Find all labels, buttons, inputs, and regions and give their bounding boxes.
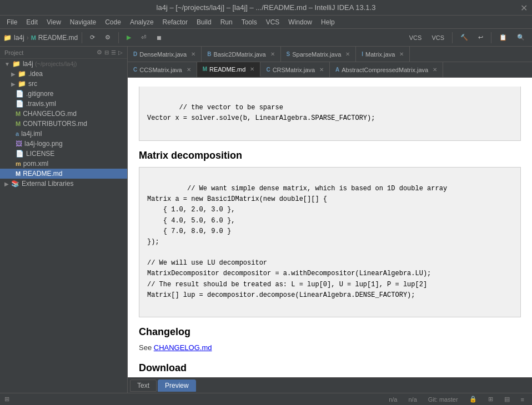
- tab-close-icon[interactable]: ✕: [270, 51, 275, 57]
- sidebar-arrow-icon[interactable]: ▷: [118, 49, 123, 55]
- sidebar-options-icon[interactable]: ☰: [111, 49, 116, 55]
- structure-btn[interactable]: 📋: [495, 32, 511, 43]
- status-lock-icon: 🔒: [466, 396, 480, 403]
- build-btn[interactable]: 🔨: [456, 32, 472, 43]
- tree-item-label: .travis.yml: [26, 100, 56, 108]
- run-btn[interactable]: ▶: [123, 32, 135, 43]
- sidebar-item-logo[interactable]: 🖼 la4j-logo.png: [0, 139, 127, 149]
- tab-close-icon[interactable]: ✕: [319, 67, 324, 73]
- status-expand-icon[interactable]: ⊞: [4, 396, 9, 403]
- img-icon: 🖼: [16, 140, 22, 148]
- sidebar-item-pomxml[interactable]: m pom.xml: [0, 159, 127, 169]
- section-download: Download Details of the last version of …: [139, 362, 521, 377]
- tab-crs-matrix[interactable]: C CRSMatrix.java ✕: [260, 62, 330, 77]
- settings-btn[interactable]: ⚙: [101, 32, 114, 43]
- menu-item-help[interactable]: Help: [317, 17, 339, 27]
- menu-item-navigate[interactable]: Navigate: [66, 17, 101, 27]
- tree-item-label: la4j.iml: [21, 130, 42, 138]
- sidebar-item-la4jiml[interactable]: a la4j.iml: [0, 129, 127, 139]
- sidebar-item-readme[interactable]: M README.md: [0, 169, 127, 179]
- sidebar-item-external-libraries[interactable]: ▶ 📚 External Libraries: [0, 179, 127, 189]
- debug-btn[interactable]: ⏎: [137, 32, 150, 43]
- sidebar-item-la4j[interactable]: ▼ 📁 la4j (~/projects/la4j): [0, 59, 127, 69]
- menu-item-build[interactable]: Build: [192, 17, 216, 27]
- tab-readme[interactable]: M README.md ✕: [197, 62, 261, 77]
- status-terminal-icon[interactable]: ≡: [518, 396, 528, 403]
- sidebar-item-src[interactable]: ▶ 📁 src: [0, 79, 127, 89]
- tab-icon: D: [133, 51, 137, 57]
- folder-icon: 📁: [18, 70, 26, 78]
- file-icon: 📄: [16, 150, 24, 158]
- tab-preview[interactable]: Preview: [158, 379, 196, 392]
- tab-close-icon[interactable]: ✕: [433, 67, 437, 73]
- tab-close-icon[interactable]: ✕: [187, 67, 191, 73]
- tab-close-icon[interactable]: ✕: [250, 66, 254, 72]
- sidebar-item-license[interactable]: 📄 LICENSE: [0, 149, 127, 159]
- menu-item-window[interactable]: Window: [284, 17, 317, 27]
- menu-item-edit[interactable]: Edit: [22, 17, 42, 27]
- tab-icon: M: [203, 66, 207, 72]
- menu-item-file[interactable]: File: [2, 17, 22, 27]
- section-changelog: Changelog See CHANGELOG.md: [139, 326, 521, 353]
- toolbar-sep3: [452, 32, 453, 43]
- menu-item-code[interactable]: Code: [101, 17, 126, 27]
- readme-label[interactable]: README.md: [38, 34, 78, 42]
- search-everywhere-btn[interactable]: 🔍: [513, 32, 529, 43]
- tree-item-label: LICENSE: [26, 150, 54, 158]
- changelog-link[interactable]: CHANGELOG.md: [154, 343, 212, 352]
- sidebar-item-idea[interactable]: ▶ 📁 .idea: [0, 69, 127, 79]
- tree-item-label: .idea: [28, 70, 43, 78]
- vcs-btn[interactable]: VCS: [405, 33, 426, 43]
- status-git[interactable]: Git: master: [425, 396, 461, 403]
- sync-btn[interactable]: ⟳: [86, 32, 99, 43]
- undo-btn[interactable]: ↩: [474, 32, 487, 43]
- stop-btn[interactable]: ⏹: [152, 33, 166, 43]
- menu-item-vcs[interactable]: VCS: [262, 17, 284, 27]
- tab-close-icon[interactable]: ✕: [345, 51, 350, 57]
- tab-label: DenseMatrix.java: [139, 51, 187, 58]
- tab-close-icon[interactable]: ✕: [191, 51, 195, 57]
- expand-arrow-icon: ▶: [11, 81, 16, 87]
- tab-abstract-compressed[interactable]: A AbstractCompressedMatrix.java ✕: [330, 62, 443, 77]
- close-button[interactable]: ✕: [520, 2, 528, 13]
- tab-close-icon[interactable]: ✕: [399, 51, 404, 57]
- tab-text-label: Text: [137, 382, 149, 389]
- sidebar-collapse-icon[interactable]: ⊟: [104, 49, 109, 55]
- tab-ccs-matrix[interactable]: C CCSMatrix.java ✕: [128, 62, 197, 77]
- status-messages-icon[interactable]: ⊞: [485, 396, 496, 403]
- sidebar-settings-icon[interactable]: ⚙: [97, 49, 102, 56]
- menu-item-run[interactable]: Run: [216, 17, 237, 27]
- tab-sparse-matrix[interactable]: S SparseMatrix.java ✕: [281, 47, 357, 62]
- sidebar-item-gitignore[interactable]: 📄 .gitignore: [0, 89, 127, 99]
- menu-item-refactor[interactable]: Refactor: [158, 17, 192, 27]
- tab-dense-matrix[interactable]: D DenseMatrix.java ✕: [128, 47, 202, 62]
- status-event-log-icon[interactable]: ▤: [501, 396, 513, 403]
- md-icon: M: [31, 34, 36, 41]
- tab-icon: B: [207, 51, 211, 57]
- toolbar-separator: [82, 32, 82, 43]
- code-content: // We want simple dense matrix, which is…: [147, 185, 447, 299]
- menu-item-analyze[interactable]: Analyze: [126, 17, 158, 27]
- sidebar-item-contributors[interactable]: M CONTRIBUTORS.md: [0, 119, 127, 129]
- menu-item-tools[interactable]: Tools: [237, 17, 262, 27]
- heading-download: Download: [139, 362, 521, 374]
- sidebar-item-changelog[interactable]: M CHANGELOG.md: [0, 109, 127, 119]
- project-label[interactable]: la4j: [14, 34, 24, 42]
- status-na1: n/a: [385, 396, 400, 403]
- folder-icon: 📁: [12, 60, 21, 68]
- extlib-icon: 📚: [11, 180, 19, 188]
- tab-icon: C: [266, 67, 270, 73]
- tree-item-label: CONTRIBUTORS.md: [23, 120, 87, 128]
- tab-text[interactable]: Text: [130, 379, 157, 392]
- menu-bar: FileEditViewNavigateCodeAnalyzeRefactorB…: [0, 16, 532, 29]
- tab-matrix[interactable]: I Matrix.java ✕: [356, 47, 410, 62]
- toolbar-sep4: [491, 32, 491, 43]
- tab-basic2d-matrix[interactable]: B Basic2DMatrix.java ✕: [202, 47, 280, 62]
- vcs2-btn[interactable]: VCS: [428, 33, 448, 43]
- sidebar-item-travis[interactable]: 📄 .travis.yml: [0, 99, 127, 109]
- prelude-code-block: // the vector to be sparse Vector x = so…: [139, 87, 521, 141]
- sidebar: Project ⚙ ⊟ ☰ ▷ ▼ 📁 la4j (~/projects/la4…: [0, 47, 128, 393]
- folder-icon: 📁: [18, 80, 26, 88]
- menu-item-view[interactable]: View: [42, 17, 66, 27]
- code-content: // the vector to be sparse Vector x = so…: [147, 104, 375, 122]
